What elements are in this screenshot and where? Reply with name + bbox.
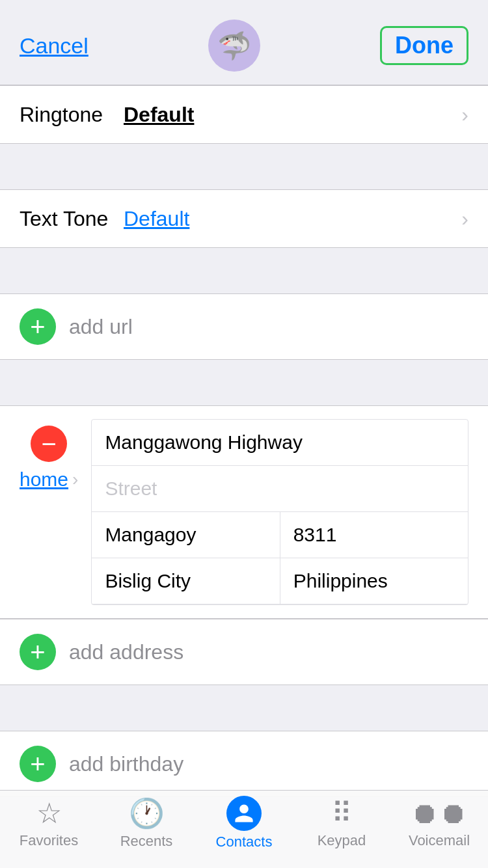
address-section: − home › Manggawong Highway Street Manga… — [0, 405, 488, 619]
spacer-4 — [0, 685, 488, 731]
recents-icon: 🕐 — [129, 796, 165, 830]
tab-contacts[interactable]: Contacts — [195, 796, 293, 850]
tab-favorites-label: Favorites — [20, 832, 78, 849]
address-region[interactable]: Bislig City — [92, 558, 280, 604]
favorites-icon: ☆ — [36, 796, 62, 830]
add-birthday-row[interactable]: + add birthday — [0, 731, 488, 797]
spacer-3 — [0, 360, 488, 405]
ringtone-label: Ringtone — [20, 103, 124, 127]
add-address-button[interactable]: + — [20, 634, 56, 670]
tab-voicemail[interactable]: ⏺⏺ Voicemail — [390, 797, 488, 849]
address-row: − home › Manggawong Highway Street Manga… — [0, 406, 488, 618]
spacer-2 — [0, 248, 488, 293]
tab-recents[interactable]: 🕐 Recents — [98, 796, 195, 850]
done-button[interactable]: Done — [380, 26, 468, 65]
voicemail-icon: ⏺⏺ — [411, 797, 468, 830]
add-url-button[interactable]: + — [20, 308, 56, 345]
address-street-line2[interactable]: Street — [92, 466, 468, 512]
spacer-1 — [0, 144, 488, 189]
tab-recents-label: Recents — [120, 833, 173, 850]
add-birthday-button[interactable]: + — [20, 746, 56, 782]
text-tone-row[interactable]: Text Tone Default › — [0, 190, 488, 247]
text-tone-chevron-icon: › — [461, 207, 468, 231]
address-label-row: home › — [20, 468, 78, 491]
keypad-icon: ⠿ — [331, 796, 352, 830]
address-left-controls: − home › — [20, 419, 78, 491]
address-city-zip-row: Mangagoy 8311 — [92, 512, 468, 558]
add-address-row[interactable]: + add address — [0, 619, 488, 685]
address-city[interactable]: Mangagoy — [92, 512, 280, 558]
text-tone-value: Default — [124, 207, 461, 231]
address-home-label[interactable]: home — [20, 468, 68, 491]
avatar: 🦈 — [208, 20, 260, 72]
ringtone-row[interactable]: Ringtone Default › — [0, 86, 488, 143]
ringtone-value: Default — [124, 103, 461, 127]
cancel-button[interactable]: Cancel — [20, 33, 88, 59]
ringtone-section: Ringtone Default › — [0, 85, 488, 144]
address-zip[interactable]: 8311 — [280, 512, 468, 558]
text-tone-section: Text Tone Default › — [0, 189, 488, 248]
add-birthday-label: add birthday — [69, 752, 183, 776]
tab-voicemail-label: Voicemail — [409, 832, 470, 849]
tab-contacts-label: Contacts — [216, 834, 273, 850]
address-label-chevron-icon: › — [72, 469, 78, 490]
address-region-country-row: Bislig City Philippines — [92, 558, 468, 604]
text-tone-label: Text Tone — [20, 207, 124, 231]
address-street-line1[interactable]: Manggawong Highway — [92, 420, 468, 466]
tab-favorites[interactable]: ☆ Favorites — [0, 796, 98, 849]
add-url-label: add url — [69, 315, 133, 339]
tab-bar: ☆ Favorites 🕐 Recents Contacts ⠿ Keypad … — [0, 790, 488, 868]
remove-address-button[interactable]: − — [31, 426, 67, 462]
contacts-icon — [226, 796, 262, 831]
tab-keypad-label: Keypad — [318, 832, 366, 849]
add-address-label: add address — [69, 640, 183, 664]
ringtone-chevron-icon: › — [461, 103, 468, 127]
header: Cancel 🦈 Done — [0, 0, 488, 85]
address-fields: Manggawong Highway Street Mangagoy 8311 … — [91, 419, 468, 605]
add-url-row[interactable]: + add url — [0, 293, 488, 360]
tab-keypad[interactable]: ⠿ Keypad — [293, 796, 390, 849]
address-country[interactable]: Philippines — [280, 558, 468, 604]
